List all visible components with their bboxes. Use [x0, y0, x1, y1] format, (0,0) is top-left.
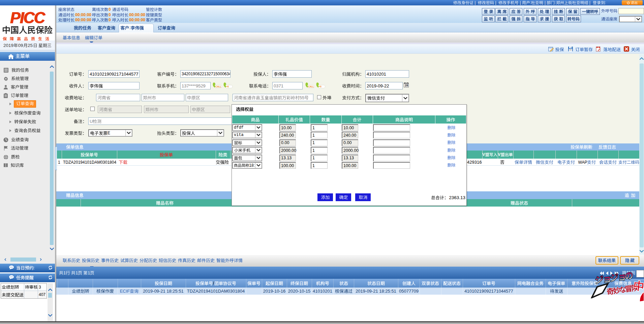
svg-text:+0: +0	[226, 85, 229, 88]
svg-text:CALL: CALL	[308, 85, 314, 88]
svg-text:+0: +0	[319, 85, 322, 88]
svg-text:28: 28	[405, 84, 408, 87]
svg-text:CALL: CALL	[216, 85, 221, 88]
